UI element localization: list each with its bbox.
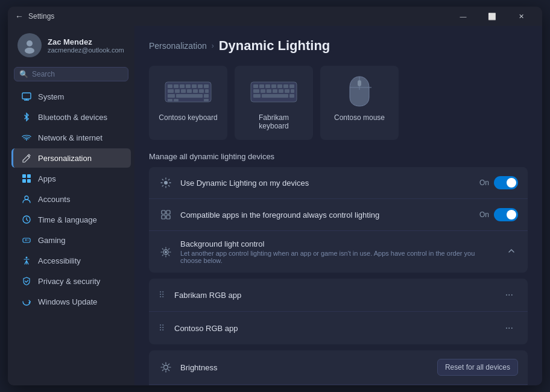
- apps-icon: [21, 173, 32, 184]
- sidebar-item-time[interactable]: Time & language: [11, 210, 131, 229]
- sidebar-item-update[interactable]: Windows Update: [11, 292, 131, 311]
- row-desc-background-light: Let another app control lighting when an…: [180, 250, 498, 264]
- svg-rect-28: [205, 89, 209, 93]
- settings-row-compatible-apps: Compatible apps in the foreground always…: [149, 199, 528, 231]
- svg-rect-27: [199, 89, 204, 93]
- device-card-fabrikam-keyboard[interactable]: Fabrikam keyboard: [235, 66, 313, 140]
- gaming-icon: [21, 235, 32, 245]
- svg-rect-43: [253, 89, 259, 93]
- svg-rect-7: [22, 179, 26, 183]
- row-text-fabrikam-rgb: Fabrikam RGB app: [174, 291, 493, 300]
- sidebar-item-accounts[interactable]: Accounts: [11, 189, 131, 209]
- devices-grid: Contoso keyboard: [149, 66, 528, 140]
- svg-rect-48: [285, 89, 289, 93]
- device-name-contoso-mouse: Contoso mouse: [334, 113, 385, 122]
- expand-button-background-light[interactable]: [505, 244, 518, 259]
- minimize-button[interactable]: —: [449, 7, 477, 26]
- svg-rect-39: [271, 84, 276, 88]
- device-card-contoso-keyboard[interactable]: Contoso keyboard: [149, 66, 227, 140]
- settings-window: ← Settings — ⬜ ✕ Zac Mendez zacmendez@ou…: [8, 7, 542, 385]
- user-section: Zac Mendez zacmendez@outlook.com: [8, 26, 134, 65]
- toggle-settings-group: Use Dynamic Lighting on my devices On: [149, 167, 528, 273]
- svg-rect-34: [204, 99, 209, 101]
- sidebar-item-bluetooth[interactable]: Bluetooth & devices: [11, 107, 131, 127]
- row-title-background-light: Background light control: [180, 239, 498, 248]
- sidebar-item-label-accessibility: Accessibility: [38, 256, 81, 265]
- main-content: Personalization › Dynamic Lighting: [134, 26, 542, 385]
- title-bar-controls: — ⬜ ✕: [449, 7, 535, 26]
- sidebar: Zac Mendez zacmendez@outlook.com 🔍 Syst: [8, 26, 134, 385]
- user-info: Zac Mendez zacmendez@outlook.com: [48, 37, 125, 54]
- svg-rect-16: [174, 84, 179, 88]
- sidebar-item-accessibility[interactable]: Accessibility: [11, 251, 131, 270]
- svg-rect-41: [283, 84, 288, 88]
- svg-rect-15: [168, 84, 172, 88]
- svg-point-12: [28, 239, 29, 241]
- sidebar-item-system[interactable]: System: [11, 87, 131, 106]
- drag-handle-contoso[interactable]: ⠿: [159, 323, 165, 333]
- sidebar-item-gaming[interactable]: Gaming: [11, 230, 131, 250]
- svg-rect-53: [358, 80, 361, 86]
- user-name: Zac Mendez: [48, 37, 125, 46]
- svg-point-9: [25, 196, 28, 200]
- settings-row-brightness: Brightness Reset for all devices: [149, 350, 528, 385]
- row-text-contoso-rgb: Contoso RGB app: [174, 324, 493, 333]
- mouse-icon-area: [335, 75, 384, 109]
- svg-rect-26: [193, 89, 198, 93]
- device-card-contoso-mouse[interactable]: Contoso mouse: [320, 66, 399, 140]
- svg-rect-38: [265, 84, 270, 88]
- bluetooth-icon: [21, 112, 32, 122]
- toggle-dynamic-lighting[interactable]: [494, 176, 518, 189]
- svg-rect-44: [261, 89, 265, 93]
- app-rows-group: ⠿ Fabrikam RGB app ··· ⠿ Contoso RGB app…: [149, 279, 528, 344]
- svg-rect-49: [291, 89, 294, 93]
- svg-rect-5: [22, 174, 26, 178]
- personalization-icon: [21, 153, 32, 163]
- dynamic-lighting-icon: [159, 175, 173, 190]
- svg-rect-23: [175, 89, 180, 93]
- search-input[interactable]: [32, 70, 123, 78]
- more-options-fabrikam[interactable]: ···: [501, 287, 518, 303]
- more-options-contoso[interactable]: ···: [501, 320, 518, 336]
- privacy-icon: [21, 276, 32, 286]
- close-button[interactable]: ✕: [507, 7, 535, 26]
- svg-rect-57: [162, 215, 165, 219]
- toggle-compatible-apps[interactable]: [494, 208, 518, 221]
- svg-rect-30: [168, 94, 175, 98]
- sidebar-item-network[interactable]: Network & internet: [11, 128, 131, 147]
- sidebar-item-personalization[interactable]: Personalization: [11, 148, 131, 168]
- avatar[interactable]: [17, 33, 42, 57]
- sidebar-item-label-apps: Apps: [38, 174, 56, 183]
- svg-point-61: [164, 365, 168, 370]
- update-icon: [21, 296, 32, 307]
- svg-rect-40: [277, 84, 282, 88]
- svg-rect-24: [181, 89, 186, 93]
- svg-rect-19: [192, 84, 197, 88]
- maximize-button[interactable]: ⬜: [478, 7, 506, 26]
- sidebar-item-privacy[interactable]: Privacy & security: [11, 271, 131, 291]
- svg-rect-18: [186, 84, 191, 88]
- search-box[interactable]: 🔍: [14, 67, 128, 81]
- sidebar-item-apps[interactable]: Apps: [11, 169, 131, 188]
- toggle-label-dynamic-lighting: On: [479, 179, 489, 187]
- row-title-brightness: Brightness: [180, 363, 430, 372]
- svg-rect-51: [253, 94, 261, 98]
- svg-rect-29: [176, 94, 203, 98]
- svg-rect-42: [289, 84, 294, 88]
- svg-rect-22: [168, 89, 174, 93]
- settings-row-effects: Effects Choose color themes and effects …: [149, 385, 528, 385]
- breadcrumb-parent[interactable]: Personalization: [149, 41, 207, 51]
- reset-brightness-button[interactable]: Reset for all devices: [437, 359, 518, 376]
- svg-rect-56: [166, 210, 170, 214]
- sidebar-item-label-personalization: Personalization: [38, 154, 92, 163]
- brightness-icon: [159, 360, 173, 375]
- toggle-container-dynamic-lighting: On: [479, 176, 518, 189]
- breadcrumb-current: Dynamic Lighting: [219, 38, 330, 54]
- toggle-label-compatible-apps: On: [479, 210, 489, 219]
- svg-rect-33: [174, 99, 179, 101]
- svg-rect-52: [289, 94, 294, 98]
- drag-handle-fabrikam[interactable]: ⠿: [159, 290, 165, 300]
- back-icon[interactable]: ←: [15, 11, 24, 21]
- row-title-compatible-apps: Compatible apps in the foreground always…: [180, 210, 472, 220]
- svg-point-54: [164, 181, 168, 185]
